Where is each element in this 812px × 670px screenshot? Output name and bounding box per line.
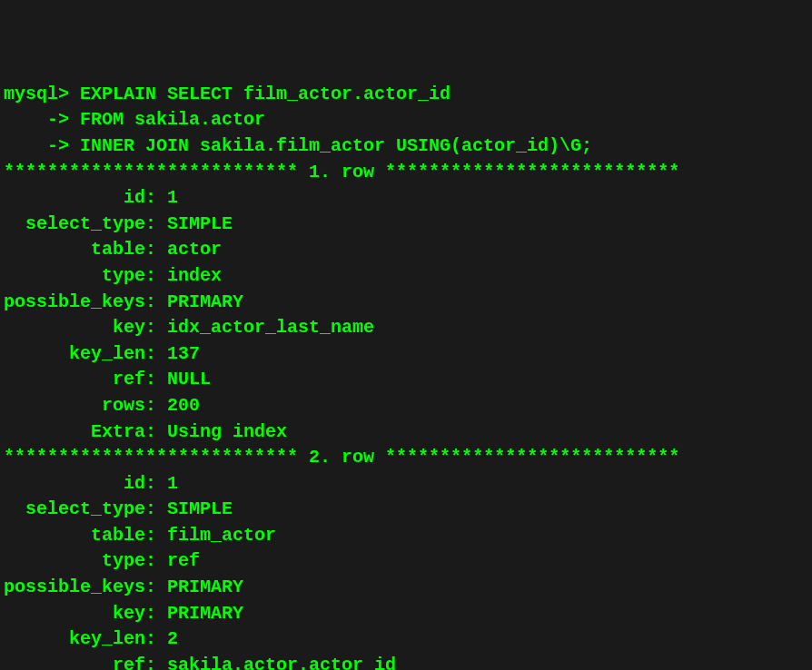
query-line-3: -> INNER JOIN sakila.film_actor USING(ac… (4, 133, 808, 160)
field-ref: ref: sakila.actor.actor_id (4, 653, 808, 670)
terminal-output: mysql> EXPLAIN SELECT film_actor.actor_i… (4, 82, 808, 670)
field-id: id: 1 (4, 471, 808, 498)
query-line-2: -> FROM sakila.actor (4, 107, 808, 133)
query-line-1: mysql> EXPLAIN SELECT film_actor.actor_i… (4, 82, 808, 108)
continuation-prompt: -> (4, 135, 69, 156)
field-possible-keys: possible_keys: PRIMARY (4, 290, 808, 316)
continuation-prompt: -> (4, 109, 69, 130)
field-extra: Extra: Using index (4, 419, 808, 446)
field-key-len: key_len: 2 (4, 626, 808, 653)
field-table: table: actor (4, 237, 808, 263)
field-select-type: select_type: SIMPLE (4, 212, 808, 238)
mysql-prompt: mysql> (4, 84, 69, 104)
field-key: key: idx_actor_last_name (4, 315, 808, 341)
field-table: table: film_actor (4, 523, 808, 549)
field-id: id: 1 (4, 185, 808, 212)
field-type: type: ref (4, 548, 808, 575)
field-select-type: select_type: SIMPLE (4, 497, 808, 523)
field-key-len: key_len: 137 (4, 341, 808, 368)
row-separator-1: *************************** 1. row *****… (4, 160, 808, 186)
field-possible-keys: possible_keys: PRIMARY (4, 575, 808, 601)
field-ref: ref: NULL (4, 367, 808, 393)
field-key: key: PRIMARY (4, 601, 808, 627)
row-separator-2: *************************** 2. row *****… (4, 445, 808, 471)
field-type: type: index (4, 263, 808, 290)
field-rows: rows: 200 (4, 393, 808, 419)
